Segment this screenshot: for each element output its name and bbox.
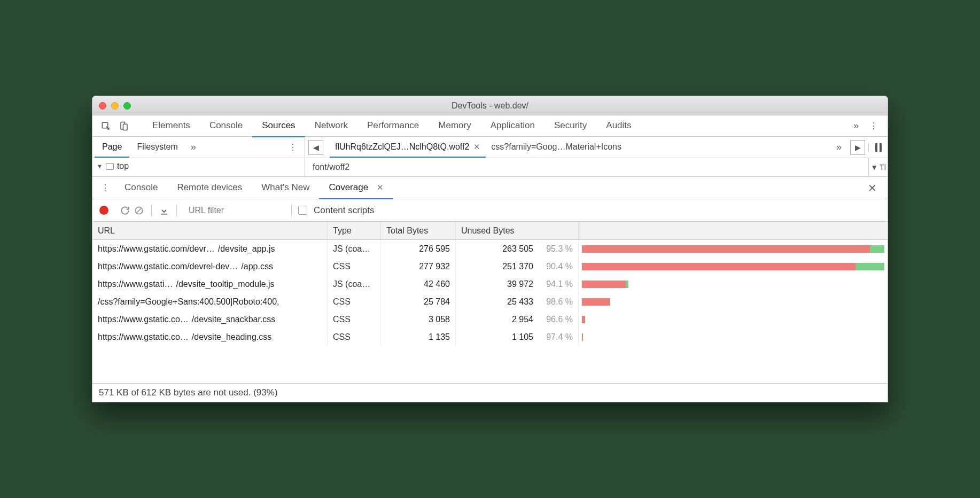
- url-filter-input[interactable]: [183, 204, 285, 217]
- threads-toggle[interactable]: ▼ Tl: [868, 158, 888, 176]
- drawer-tab-coverage[interactable]: Coverage✕: [319, 177, 393, 199]
- more-files-button[interactable]: »: [831, 142, 847, 153]
- content-scripts-label: Content scripts: [314, 205, 374, 216]
- export-button[interactable]: [158, 205, 170, 216]
- settings-menu-button[interactable]: ⋮: [864, 121, 883, 131]
- col-type-header[interactable]: Type: [328, 222, 381, 239]
- col-url-header[interactable]: URL: [92, 222, 328, 239]
- disclosure-triangle-icon[interactable]: ▼: [97, 163, 103, 169]
- window-close-button[interactable]: [99, 102, 106, 110]
- cell-url: https://www.gstatic.com/devrel-dev… /app…: [92, 258, 328, 275]
- coverage-row[interactable]: https://www.gstatic.co… /devsite_snackba…: [92, 310, 888, 328]
- svg-rect-2: [123, 124, 128, 130]
- coverage-row[interactable]: https://www.gstatic.com/devr… /devsite_a…: [92, 240, 888, 258]
- sources-content-row: ▼ top font/woff2 ▼ Tl: [92, 158, 888, 177]
- clear-button[interactable]: [133, 205, 145, 216]
- cell-total: 277 932: [381, 258, 456, 275]
- cell-usage-bar: [579, 310, 888, 328]
- cell-url: https://www.gstatic.com/devr… /devsite_a…: [92, 240, 328, 258]
- window-zoom-button[interactable]: [123, 102, 131, 110]
- close-file-icon[interactable]: ✕: [473, 142, 480, 152]
- device-toolbar-icon[interactable]: [115, 117, 133, 135]
- window-minimize-button[interactable]: [111, 102, 119, 110]
- cell-unused: 263 50595.3 %: [456, 240, 579, 258]
- svg-line-6: [137, 208, 141, 212]
- close-drawer-tab-icon[interactable]: ✕: [377, 183, 384, 192]
- cell-usage-bar: [579, 328, 888, 346]
- cell-unused: 1 10597.4 %: [456, 328, 579, 346]
- pause-script-button[interactable]: [868, 143, 888, 152]
- cell-url: https://www.gstati… /devsite_tooltip_mod…: [92, 275, 328, 293]
- drawer-tab-console[interactable]: Console: [115, 177, 167, 199]
- tab-security[interactable]: Security: [545, 115, 596, 137]
- tree-top-label: top: [117, 161, 129, 171]
- cell-total: 25 784: [381, 293, 456, 310]
- tab-elements[interactable]: Elements: [143, 115, 200, 137]
- coverage-table-body: https://www.gstatic.com/devr… /devsite_a…: [92, 240, 888, 346]
- cell-usage-bar: [579, 293, 888, 310]
- cell-total: 42 460: [381, 275, 456, 293]
- tab-application[interactable]: Application: [481, 115, 545, 137]
- content-scripts-checkbox[interactable]: [298, 206, 307, 215]
- more-tabs-button[interactable]: »: [848, 120, 864, 131]
- cell-total: 3 058: [381, 310, 456, 328]
- reload-button[interactable]: [119, 205, 131, 216]
- window-controls: [99, 102, 131, 110]
- cell-unused: 2 95496.6 %: [456, 310, 579, 328]
- col-viz-header: [579, 222, 888, 239]
- next-file-button[interactable]: ▶: [850, 140, 865, 155]
- drawer-menu-button[interactable]: ⋮: [96, 183, 115, 193]
- cell-unused: 251 37090.4 %: [456, 258, 579, 275]
- drawer-tab-what-s-new[interactable]: What's New: [252, 177, 319, 199]
- coverage-summary: 571 KB of 612 KB bytes are not used. (93…: [92, 383, 888, 402]
- cell-type: CSS: [328, 293, 381, 310]
- record-button[interactable]: [98, 205, 110, 216]
- col-total-header[interactable]: Total Bytes: [381, 222, 456, 239]
- cell-total: 1 135: [381, 328, 456, 346]
- tab-audits[interactable]: Audits: [596, 115, 641, 137]
- cell-url: https://www.gstatic.co… /devsite_snackba…: [92, 310, 328, 328]
- coverage-row[interactable]: https://www.gstatic.co… /devsite_heading…: [92, 328, 888, 346]
- tab-sources[interactable]: Sources: [252, 115, 305, 137]
- cell-type: CSS: [328, 310, 381, 328]
- svg-rect-7: [161, 213, 167, 214]
- cell-unused: 25 43398.6 %: [456, 293, 579, 310]
- tab-memory[interactable]: Memory: [429, 115, 480, 137]
- svg-rect-3: [875, 143, 877, 152]
- open-files-tabs: ◀ flUhRq6tzZclQEJ…NclhQ8tQ.woff2✕css?fam…: [305, 137, 888, 158]
- file-tab[interactable]: flUhRq6tzZclQEJ…NclhQ8tQ.woff2✕: [330, 137, 486, 158]
- cell-total: 276 595: [381, 240, 456, 258]
- sources-sidebar-tabs: PageFilesystem » ⋮: [92, 137, 305, 158]
- coverage-row[interactable]: /css?family=Google+Sans:400,500|Roboto:4…: [92, 293, 888, 310]
- coverage-row[interactable]: https://www.gstatic.com/devrel-dev… /app…: [92, 258, 888, 275]
- main-tab-strip: ElementsConsoleSourcesNetworkPerformance…: [92, 115, 888, 137]
- cell-unused: 39 97294.1 %: [456, 275, 579, 293]
- drawer-tab-strip: ⋮ ConsoleRemote devicesWhat's NewCoverag…: [92, 177, 888, 199]
- cell-usage-bar: [579, 240, 888, 258]
- sources-subheader: PageFilesystem » ⋮ ◀ flUhRq6tzZclQEJ…Ncl…: [92, 137, 888, 158]
- cell-url: https://www.gstatic.co… /devsite_heading…: [92, 328, 328, 346]
- page-tree[interactable]: ▼ top: [92, 158, 305, 176]
- frame-icon: [106, 163, 114, 170]
- cell-usage-bar: [579, 275, 888, 293]
- content-type-label: font/woff2: [305, 158, 868, 176]
- sidebar-menu-button[interactable]: ⋮: [283, 142, 302, 152]
- tab-network[interactable]: Network: [305, 115, 357, 137]
- sidebar-tab-filesystem[interactable]: Filesystem: [129, 137, 185, 158]
- cell-type: JS (coa…: [328, 275, 381, 293]
- coverage-table-header: URL Type Total Bytes Unused Bytes: [92, 222, 888, 240]
- drawer-tab-remote-devices[interactable]: Remote devices: [167, 177, 252, 199]
- prev-file-button[interactable]: ◀: [308, 140, 323, 155]
- sidebar-tab-page[interactable]: Page: [95, 137, 129, 158]
- cell-type: CSS: [328, 328, 381, 346]
- coverage-toolbar: Content scripts: [92, 199, 888, 222]
- inspect-element-icon[interactable]: [97, 117, 115, 135]
- cell-type: JS (coa…: [328, 240, 381, 258]
- tab-console[interactable]: Console: [200, 115, 252, 137]
- tab-performance[interactable]: Performance: [357, 115, 429, 137]
- file-tab[interactable]: css?family=Goog…Material+Icons: [486, 137, 627, 158]
- coverage-row[interactable]: https://www.gstati… /devsite_tooltip_mod…: [92, 275, 888, 293]
- col-unused-header[interactable]: Unused Bytes: [456, 222, 579, 239]
- drawer-close-button[interactable]: ✕: [860, 182, 884, 194]
- more-sidebar-tabs-button[interactable]: »: [185, 142, 201, 153]
